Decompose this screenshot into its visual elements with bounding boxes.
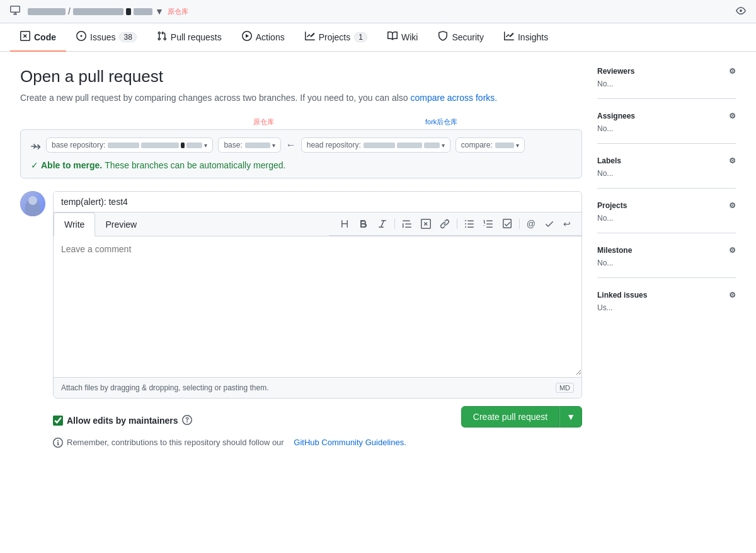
tab-projects-label: Projects xyxy=(319,32,351,42)
repo-name-blurred: / ▼ xyxy=(28,6,164,16)
insights-icon xyxy=(504,31,514,43)
link-btn[interactable] xyxy=(437,216,453,231)
content-area: Open a pull request Create a new pull re… xyxy=(20,67,582,450)
tab-actions[interactable]: Actions xyxy=(232,23,295,52)
issues-badge: 38 xyxy=(119,32,136,42)
compare-branch-selector[interactable]: compare: ▾ xyxy=(455,137,525,153)
tab-security[interactable]: Security xyxy=(428,23,494,52)
attach-files-text: Attach files by dragging & dropping, sel… xyxy=(61,383,269,392)
projects-badge: 1 xyxy=(354,32,367,42)
page-description: Create a new pull request by comparing c… xyxy=(20,91,582,105)
bold-btn[interactable] xyxy=(355,216,372,231)
compare-label: compare: xyxy=(461,141,493,149)
toolbar-divider3 xyxy=(519,219,520,229)
tab-pull-requests[interactable]: Pull requests xyxy=(147,23,232,52)
watch-button[interactable] xyxy=(736,6,746,18)
linked-issues-section: Linked issues ⚙ Us... xyxy=(597,291,736,322)
head-repo-selector[interactable]: head repository: ▾ xyxy=(301,137,450,153)
pr-title-input[interactable] xyxy=(54,192,581,212)
undo-btn[interactable]: ↩ xyxy=(560,216,574,231)
notice-text: Remember, contributions to this reposito… xyxy=(67,438,284,447)
merge-status: ✓ Able to merge. These branches can be a… xyxy=(31,160,571,170)
preview-tab[interactable]: Preview xyxy=(95,212,147,236)
issues-icon xyxy=(76,31,86,43)
pull-requests-icon xyxy=(157,31,167,43)
tab-projects[interactable]: Projects 1 xyxy=(295,23,377,52)
code-icon xyxy=(20,31,30,43)
repo-icon xyxy=(10,5,20,18)
reviewers-value: No... xyxy=(597,79,736,88)
quote-btn[interactable] xyxy=(399,216,415,231)
create-pr-btn-group: Create pull request ▼ xyxy=(461,406,582,428)
tab-pull-requests-label: Pull requests xyxy=(171,32,222,42)
actions-icon xyxy=(242,31,252,43)
info-icon xyxy=(53,438,63,450)
main-container: Open a pull request Create a new pull re… xyxy=(0,52,756,465)
tab-wiki-label: Wiki xyxy=(401,32,418,42)
projects-heading: Projects ⚙ xyxy=(597,201,736,210)
editor-toolbar: @ ↩ xyxy=(329,212,581,236)
labels-heading: Labels ⚙ xyxy=(597,156,736,165)
head-repo-label: head repository: xyxy=(307,141,361,149)
security-icon xyxy=(438,31,448,43)
editor-tabs: Write Preview xyxy=(54,212,581,236)
heading-btn[interactable] xyxy=(336,216,353,231)
linked-issues-gear-icon[interactable]: ⚙ xyxy=(729,291,736,300)
italic-btn[interactable] xyxy=(374,216,391,231)
milestone-gear-icon[interactable]: ⚙ xyxy=(729,246,736,255)
tab-insights[interactable]: Insights xyxy=(494,23,558,52)
write-tab[interactable]: Write xyxy=(54,212,95,236)
linked-issues-value: Us... xyxy=(597,303,736,312)
tab-insights-label: Insights xyxy=(518,32,548,42)
avatar-col xyxy=(20,191,45,399)
reviewers-heading: Reviewers ⚙ xyxy=(597,67,736,76)
task-list-btn[interactable] xyxy=(499,216,515,231)
toolbar-divider2 xyxy=(457,219,457,229)
tab-code[interactable]: Code xyxy=(10,23,66,52)
markdown-icon: MD xyxy=(556,383,574,393)
allow-edits-checkbox[interactable] xyxy=(53,416,63,426)
mention-btn[interactable]: @ xyxy=(524,216,539,231)
tab-code-label: Code xyxy=(34,32,56,42)
code-btn[interactable] xyxy=(418,216,434,231)
branch-bar: base repository: ▾ base: ▾ ← head repos xyxy=(20,129,582,178)
projects-section: Projects ⚙ No... xyxy=(597,201,736,233)
fork-annotation: fork后仓库 xyxy=(425,117,457,127)
ordered-list-btn[interactable] xyxy=(480,216,496,231)
compare-forks-link[interactable]: compare across forks. xyxy=(410,93,497,103)
community-guidelines-link[interactable]: GitHub Community Guidelines. xyxy=(294,438,406,447)
base-repo-label: base repository: xyxy=(52,141,105,149)
tab-actions-label: Actions xyxy=(256,32,285,42)
tab-wiki[interactable]: Wiki xyxy=(377,23,428,52)
projects-value: No... xyxy=(597,214,736,223)
projects-gear-icon[interactable]: ⚙ xyxy=(729,201,736,210)
compare-arrows-icon xyxy=(31,139,41,151)
tab-security-label: Security xyxy=(452,32,484,42)
milestone-value: No... xyxy=(597,259,736,267)
tab-issues[interactable]: Issues 38 xyxy=(66,23,147,52)
assignees-heading: Assignees ⚙ xyxy=(597,112,736,120)
pr-form-area: Write Preview xyxy=(20,191,582,399)
original-annotation: 原仓库 xyxy=(253,117,274,127)
assignees-section: Assignees ⚙ No... xyxy=(597,112,736,144)
assignees-value: No... xyxy=(597,124,736,133)
assignees-gear-icon[interactable]: ⚙ xyxy=(729,112,736,120)
toolbar-divider1 xyxy=(394,219,395,229)
wiki-icon xyxy=(387,31,398,43)
base-branch-label: base: xyxy=(224,141,242,149)
attach-files-area: Attach files by dragging & dropping, sel… xyxy=(54,377,581,398)
base-repo-selector[interactable]: base repository: ▾ xyxy=(46,137,213,153)
help-icon[interactable] xyxy=(182,415,192,427)
create-pr-button[interactable]: Create pull request xyxy=(461,406,559,428)
tab-issues-label: Issues xyxy=(90,32,115,42)
create-pr-dropdown-btn[interactable]: ▼ xyxy=(559,406,582,428)
page-title: Open a pull request xyxy=(20,67,582,86)
pr-form-box: Write Preview xyxy=(53,191,582,399)
reference-btn[interactable] xyxy=(541,216,558,231)
reviewers-gear-icon[interactable]: ⚙ xyxy=(729,67,736,76)
repo-name-area: / ▼ 原仓库 xyxy=(28,6,188,16)
unordered-list-btn[interactable] xyxy=(461,216,478,231)
labels-gear-icon[interactable]: ⚙ xyxy=(729,156,736,165)
comment-textarea[interactable] xyxy=(54,236,581,375)
base-branch-selector[interactable]: base: ▾ xyxy=(218,137,280,153)
